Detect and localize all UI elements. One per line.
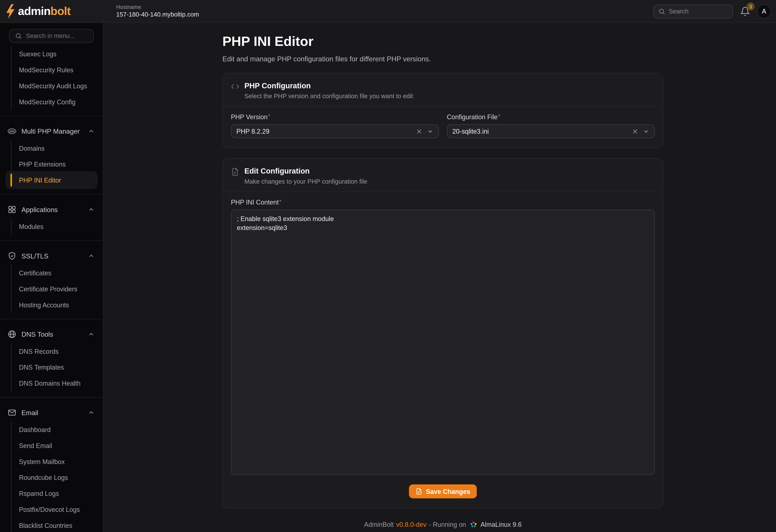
sidebar-item-modules[interactable]: Modules (11, 218, 103, 234)
configuration-file-field: Configuration File* 20-sqlite3.ini (447, 113, 655, 138)
sidebar-section-applications[interactable]: Applications (0, 200, 103, 218)
sidebar-section-dns-tools[interactable]: DNS Tools (0, 325, 103, 343)
chevron-down-icon[interactable] (427, 128, 433, 134)
sidebar-item-certificates[interactable]: Certificates (11, 265, 103, 281)
file-check-icon (415, 488, 422, 495)
php-configuration-card: PHP Configuration Select the PHP version… (222, 73, 663, 148)
hostname-value: 157-180-40-140.myboltip.com (116, 11, 199, 18)
page-subtitle: Edit and manage PHP configuration files … (222, 55, 776, 63)
search-icon (15, 32, 22, 39)
sidebar-section-label: Multi PHP Manager (21, 128, 88, 135)
chevron-up-icon (88, 252, 95, 259)
sidebar-item-php-extensions[interactable]: PHP Extensions (11, 156, 103, 172)
configuration-file-label: Configuration File* (447, 113, 655, 121)
sidebar: Suexec Logs ModSecurity Rules ModSecurit… (0, 23, 103, 532)
sidebar-item-dns-records[interactable]: DNS Records (11, 343, 103, 359)
sidebar-item-rspamd-logs[interactable]: Rspamd Logs (11, 486, 103, 501)
required-asterisk: * (268, 113, 270, 119)
card-title: Edit Configuration (244, 167, 367, 175)
required-asterisk: * (279, 199, 281, 204)
sidebar-divider (0, 116, 103, 116)
sidebar-divider (0, 319, 103, 319)
footer-app-name: AdminBolt (364, 521, 394, 528)
sidebar-item-label: ModSecurity Rules (19, 66, 73, 74)
topbar: adminbolt Hostname 157-180-40-140.mybolt… (0, 0, 776, 23)
sidebar-section-ssl-tls[interactable]: SSL/TLS (0, 247, 103, 265)
sidebar-item-dashboard[interactable]: Dashboard (11, 421, 103, 437)
sidebar-divider (0, 397, 103, 398)
php-version-value: PHP 8.2.29 (236, 128, 416, 135)
file-text-icon (231, 168, 239, 176)
sidebar-item-label: ModSecurity Audit Logs (19, 82, 87, 90)
main-content: PHP INI Editor Edit and manage PHP confi… (103, 23, 776, 532)
sidebar-item-domains[interactable]: Domains (11, 140, 103, 156)
php-version-select[interactable]: PHP 8.2.29 (231, 124, 439, 138)
chevron-up-icon (88, 128, 95, 135)
notifications-badge: 3 (747, 2, 754, 10)
php-ini-content-label: PHP INI Content* (231, 199, 655, 206)
globe-icon (8, 330, 17, 339)
sidebar-item-label: ModSecurity Config (19, 98, 75, 106)
sidebar-section-email[interactable]: Email (0, 403, 103, 421)
chevron-down-icon[interactable] (643, 128, 649, 134)
sidebar-item-hosting-accounts[interactable]: Hosting Accounts (11, 297, 103, 313)
brand-name: adminbolt (18, 4, 70, 18)
sidebar-item-system-mailbox[interactable]: System Mailbox (11, 454, 103, 470)
sidebar-section-label: DNS Tools (21, 331, 88, 338)
sidebar-item-modsecurity-audit-logs[interactable]: ModSecurity Audit Logs (11, 78, 103, 94)
brand-name-right: bolt (50, 4, 70, 17)
sidebar-item-label: Certificates (19, 269, 51, 277)
sidebar-section-multi-php-manager[interactable]: php Multi PHP Manager (0, 122, 103, 140)
sidebar-item-label: Domains (19, 144, 44, 152)
sidebar-item-postfix-dovecot-logs[interactable]: Postfix/Dovecot Logs (11, 501, 103, 517)
sidebar-item-certificate-providers[interactable]: Certificate Providers (11, 281, 103, 297)
save-changes-label: Save Changes (426, 488, 470, 495)
sidebar-item-label: DNS Templates (19, 363, 64, 371)
sidebar-section-label: SSL/TLS (21, 252, 88, 260)
sidebar-item-send-email[interactable]: Send Email (11, 437, 103, 454)
hostname-block: Hostname 157-180-40-140.myboltip.com (116, 4, 199, 18)
sidebar-item-label: Certificate Providers (19, 285, 77, 293)
lightning-bolt-icon (5, 3, 16, 19)
required-asterisk: * (498, 113, 501, 119)
sidebar-search-input[interactable] (26, 32, 88, 39)
save-changes-button[interactable]: Save Changes (409, 484, 477, 498)
sidebar-item-label: PHP Extensions (19, 160, 66, 168)
page-title: PHP INI Editor (222, 34, 776, 49)
footer-running-text: - Running on (429, 521, 466, 528)
configuration-file-select[interactable]: 20-sqlite3.ini (447, 124, 655, 138)
clear-icon[interactable] (632, 128, 638, 134)
sidebar-item-label: Hosting Accounts (19, 301, 69, 309)
sidebar-item-blacklist-countries[interactable]: Blacklist Countries (11, 517, 103, 532)
topbar-search[interactable] (653, 4, 733, 18)
sidebar-item-label: Blacklist Countries (19, 522, 72, 529)
php-ini-content-textarea[interactable]: ; Enable sqlite3 extension module extens… (231, 209, 655, 475)
clear-icon[interactable] (416, 128, 422, 134)
sidebar-item-modsecurity-rules[interactable]: ModSecurity Rules (11, 62, 103, 78)
shield-check-icon (8, 251, 17, 260)
mail-icon (8, 408, 17, 417)
configuration-file-value: 20-sqlite3.ini (452, 128, 632, 135)
sidebar-item-dns-templates[interactable]: DNS Templates (11, 359, 103, 375)
topbar-search-input[interactable] (669, 8, 728, 15)
sidebar-item-suexec-logs[interactable]: Suexec Logs (11, 46, 103, 62)
avatar[interactable]: A (757, 4, 771, 18)
sidebar-section-label: Applications (21, 206, 88, 213)
brand-logo[interactable]: adminbolt (0, 3, 103, 19)
card-subtitle: Select the PHP version and configuration… (244, 93, 413, 100)
sidebar-item-label: PHP INI Editor (19, 176, 61, 184)
card-title: PHP Configuration (244, 81, 413, 90)
notifications-button[interactable]: 3 (740, 6, 750, 16)
sidebar-item-label: DNS Records (19, 347, 58, 355)
brand-name-left: admin (18, 4, 50, 17)
sidebar-search[interactable] (9, 29, 94, 43)
sidebar-item-php-ini-editor[interactable]: PHP INI Editor (11, 172, 103, 188)
sidebar-item-modsecurity-config[interactable]: ModSecurity Config (11, 94, 103, 110)
php-version-field: PHP Version* PHP 8.2.29 (231, 113, 439, 138)
chevron-up-icon (88, 206, 95, 213)
sidebar-item-label: Modules (19, 223, 43, 230)
sidebar-item-roundcube-logs[interactable]: Roundcube Logs (11, 470, 103, 486)
footer-os-name: AlmaLinux 9.6 (480, 521, 522, 528)
sidebar-item-dns-domains-health[interactable]: DNS Domains Health (11, 375, 103, 391)
footer-version: v0.8.0-dev (396, 521, 426, 528)
